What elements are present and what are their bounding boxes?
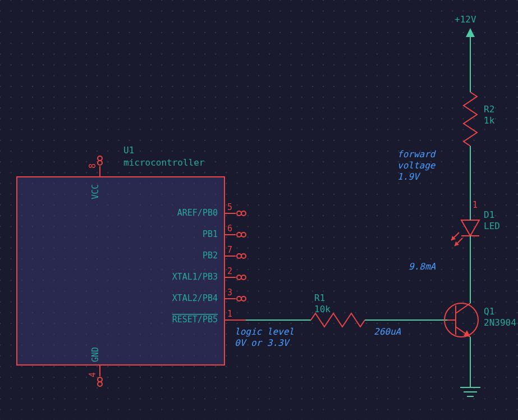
pin-num: 7 — [227, 245, 232, 255]
d1-value: LED — [484, 221, 500, 231]
pin-num: 2 — [227, 266, 232, 276]
svg-point-14 — [241, 254, 246, 258]
svg-point-13 — [237, 254, 241, 258]
svg-marker-35 — [461, 220, 479, 236]
u1-body — [17, 177, 224, 365]
r1-ref: R1 — [314, 293, 325, 303]
gnd-symbol — [460, 387, 480, 396]
r1-value: 10k — [314, 304, 331, 314]
note-fwd-3: 1.9V — [397, 171, 421, 182]
power-symbol — [466, 28, 475, 45]
d1-pin1: 1 — [473, 200, 478, 210]
svg-point-8 — [241, 211, 246, 216]
note-iled: 9.8mA — [409, 261, 436, 272]
r1-symbol — [311, 313, 365, 327]
pin-num: 3 — [227, 287, 232, 298]
note-fwd-2: voltage — [397, 160, 436, 171]
pin-label: PB1 — [203, 229, 218, 239]
r2-symbol — [464, 92, 477, 146]
u1-gnd-label: GND — [90, 347, 100, 362]
pin-label: XTAL1/PB3 — [172, 272, 218, 282]
svg-point-17 — [241, 275, 246, 280]
u1-pin-vcc: 8 — [88, 163, 98, 168]
svg-point-4 — [98, 377, 102, 382]
note-logic-1: logic level — [235, 326, 294, 337]
q1-value: 2N3904 — [484, 317, 516, 328]
svg-point-7 — [237, 211, 241, 216]
u1-value: microcontroller — [123, 157, 205, 168]
svg-point-2 — [98, 156, 102, 161]
schematic-canvas: U1 microcontroller VCC 8 GND 4 AREF/PB0 … — [0, 0, 518, 420]
pin-label: PB2 — [203, 250, 218, 261]
note-ibase: 260uA — [374, 326, 401, 337]
pin-label: RESET/PB5 — [172, 314, 218, 325]
note-logic-2: 0V or 3.3V — [235, 337, 291, 348]
svg-point-16 — [237, 275, 241, 280]
d1-symbol — [451, 220, 479, 246]
r2-ref: R2 — [484, 104, 494, 115]
u1-vcc-label: VCC — [90, 184, 100, 199]
pin-num: 1 — [227, 309, 232, 319]
d1-ref: D1 — [484, 209, 494, 220]
svg-point-20 — [241, 296, 246, 301]
svg-point-5 — [98, 382, 102, 386]
svg-marker-46 — [466, 28, 475, 37]
note-fwd-1: forward — [397, 149, 437, 159]
u1-ref: U1 — [123, 145, 134, 156]
power-label: +12V — [455, 14, 476, 25]
pin-label: AREF/PB0 — [177, 208, 218, 218]
pin-num: 6 — [227, 223, 232, 234]
svg-point-1 — [98, 161, 102, 165]
pin-num: 5 — [227, 202, 232, 212]
u1-pin-gnd: 4 — [88, 372, 98, 377]
q1-ref: Q1 — [484, 306, 494, 317]
svg-point-11 — [241, 232, 246, 237]
r2-value: 1k — [484, 115, 495, 126]
svg-point-19 — [237, 296, 241, 301]
q1-symbol — [444, 303, 478, 337]
svg-point-10 — [237, 232, 241, 237]
pin-label: XTAL2/PB4 — [172, 293, 218, 303]
